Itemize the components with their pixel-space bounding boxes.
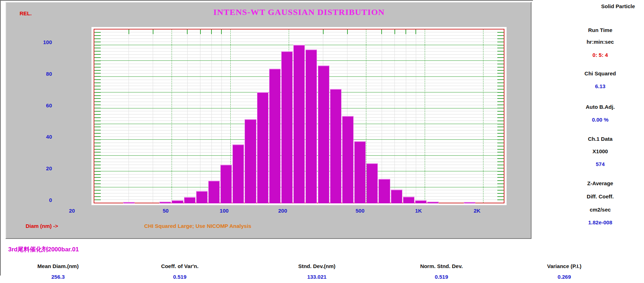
x-axis-label: 20 (58, 208, 86, 214)
stat-label: Variance (P.I.) (504, 263, 625, 269)
chart-title: INTENS-WT GAUSSIAN DISTRIBUTION (94, 7, 504, 17)
stat-column: Variance (P.I.)0.269 (504, 263, 625, 280)
diff-coeff-value: 1.82e-008 (554, 219, 644, 225)
histogram-bar (269, 69, 281, 203)
y-axis-title: REL. (20, 10, 32, 16)
histogram-bar (378, 179, 390, 203)
window-left-edge (0, 0, 1, 276)
histogram-bar (196, 191, 208, 203)
stat-value: 256.3 (0, 274, 119, 280)
y-axis-label: 60 (23, 102, 52, 108)
chart-panel: REL. INTENS-WT GAUSSIAN DISTRIBUTION 100… (5, 2, 532, 239)
histogram-bar (391, 189, 402, 203)
histogram-bar (342, 116, 354, 203)
stat-label: Coeff. of Var'n. (119, 263, 240, 269)
y-axis-label: 40 (23, 134, 52, 140)
y-axis-label: 20 (23, 165, 52, 171)
x-axis-label: 1K (404, 208, 433, 214)
histogram-bar (403, 197, 414, 203)
histogram-bar (220, 165, 232, 203)
histogram-bar (427, 202, 439, 203)
analysis-warning-message: CHI Squared Large; Use NICOMP Analysis (144, 223, 251, 229)
auto-badj-value: 0.00 % (554, 117, 644, 123)
run-time-units: hr:min:sec (554, 39, 644, 45)
diff-coeff-units: cm2/sec (554, 207, 644, 213)
x-axis-label: 100 (210, 208, 239, 214)
histogram-bar (293, 45, 305, 203)
histogram-bar (464, 202, 475, 203)
stat-value: 0.519 (119, 274, 240, 280)
x-axis-label: 200 (268, 208, 297, 214)
histogram (94, 30, 504, 203)
auto-badj-label: Auto B.Adj. (554, 104, 644, 110)
histogram-bar (354, 141, 366, 203)
stat-value: 133.021 (256, 274, 377, 280)
histogram-bar (208, 181, 220, 203)
histogram-bar (159, 202, 171, 203)
x-axis-label: 2K (463, 208, 491, 214)
histogram-bar (415, 200, 426, 203)
stat-column: Coeff. of Var'n.0.519 (119, 263, 240, 280)
histogram-bar (245, 119, 256, 203)
stat-value: 0.519 (381, 274, 502, 280)
histogram-bar (184, 197, 195, 203)
histogram-bar (257, 92, 268, 203)
diff-coeff-label: Diff. Coeff. (554, 193, 644, 199)
y-axis-label: 100 (23, 39, 52, 45)
run-time-value: 0: 5: 4 (554, 52, 644, 58)
sample-filename: 3rd尾料催化剂2000bar.01 (8, 245, 79, 253)
chi-squared-value: 6.13 (554, 83, 644, 89)
particle-type-label: Solid Particle (572, 3, 644, 9)
chi-squared-label: Chi Squared (554, 70, 644, 76)
stat-label: Stnd. Dev.(nm) (256, 263, 377, 269)
histogram-bar (366, 163, 378, 203)
stat-column: Norm. Stnd. Dev.0.519 (381, 263, 502, 280)
ch1-data-multiplier: X1000 (554, 148, 644, 154)
app-window: REL. INTENS-WT GAUSSIAN DISTRIBUTION 100… (0, 0, 644, 283)
x-axis-label: 500 (346, 208, 374, 214)
histogram-bar (232, 144, 244, 203)
histogram-bar (305, 49, 317, 203)
x-axis-title: Diam (nm) -> (26, 223, 58, 229)
histogram-bar (172, 200, 183, 203)
x-axis-label: 50 (151, 208, 180, 214)
stat-value: 0.269 (504, 274, 625, 280)
stat-label: Mean Diam.(nm) (0, 263, 119, 269)
z-average-label: Z-Average (554, 180, 644, 186)
histogram-bar (330, 89, 341, 203)
y-axis-label: 0 (23, 197, 52, 203)
window-top-edge (0, 0, 533, 1)
histogram-bar (123, 202, 135, 203)
run-time-label: Run Time (554, 27, 644, 33)
stat-column: Mean Diam.(nm)256.3 (0, 263, 119, 280)
stat-label: Norm. Stnd. Dev. (381, 263, 502, 269)
ch1-data-label: Ch.1 Data (554, 136, 644, 142)
histogram-bar (318, 65, 329, 203)
histogram-bar (281, 51, 293, 203)
stat-column: Stnd. Dev.(nm)133.021 (256, 263, 377, 280)
plot-area (94, 29, 504, 203)
y-axis-label: 80 (23, 71, 52, 77)
ch1-data-value: 574 (554, 161, 644, 167)
